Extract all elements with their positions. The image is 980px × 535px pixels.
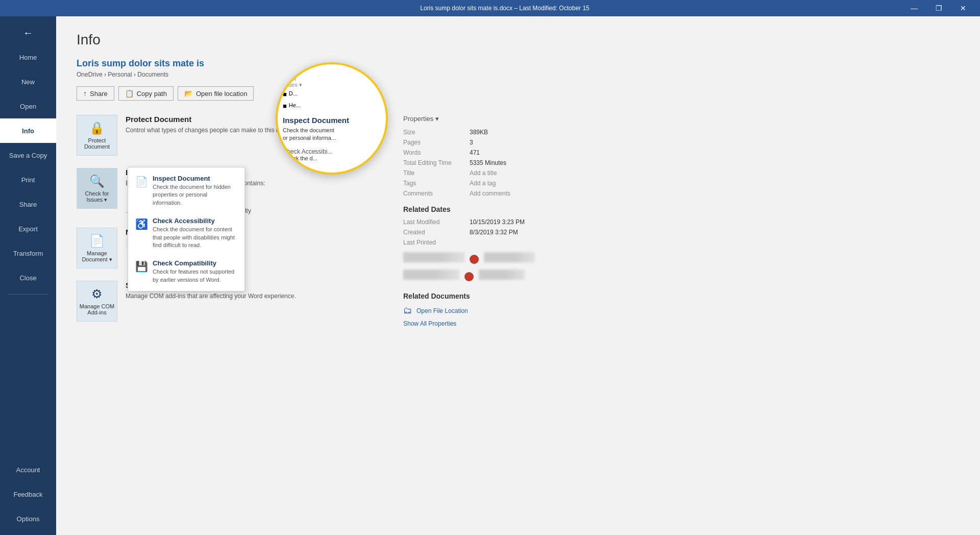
gear-icon: ⚙ bbox=[91, 287, 103, 301]
show-all-properties-link[interactable]: Show All Properties bbox=[403, 320, 597, 327]
last-modified-value: 10/15/2019 3:23 PM bbox=[470, 218, 597, 226]
right-column: Properties ▾ Size 389KB Pages 3 Words 47… bbox=[403, 115, 597, 334]
last-printed-value bbox=[470, 239, 597, 246]
page-title: Info bbox=[77, 32, 960, 48]
sidebar-item-home[interactable]: Home bbox=[0, 45, 56, 69]
comments-label: Comments bbox=[403, 190, 470, 197]
share-button[interactable]: ↑ Share bbox=[77, 86, 114, 101]
lock-icon: 🔒 bbox=[89, 121, 105, 135]
open-file-location-link[interactable]: 🗂 Open File Location bbox=[403, 305, 597, 316]
prop-words: Words 471 bbox=[403, 149, 597, 156]
sidebar-item-account[interactable]: Account bbox=[0, 457, 56, 482]
compatibility-title: Check Compatibility bbox=[153, 259, 237, 267]
content-area: Info Loris sump dolor sits mate is OneDr… bbox=[56, 16, 980, 535]
title-bar-controls: — ❐ ✕ bbox=[902, 0, 975, 16]
sidebar-item-open[interactable]: Open bbox=[0, 94, 56, 118]
manage-doc-icon: 📄 bbox=[89, 234, 105, 248]
doc-title: Loris sump dolor sits mate is bbox=[77, 58, 960, 69]
sidebar-divider bbox=[8, 294, 48, 295]
sidebar-item-new[interactable]: New bbox=[0, 69, 56, 94]
compatibility-desc: Check for features not supported by earl… bbox=[153, 268, 237, 284]
manage-document-button[interactable]: 📄 ManageDocument ▾ bbox=[77, 228, 117, 269]
magnify-bullets: ■ D... bbox=[283, 90, 381, 98]
author-row-1 bbox=[403, 252, 597, 266]
protect-icon-label: ProtectDocument bbox=[84, 137, 110, 150]
properties-label[interactable]: Properties ▾ bbox=[403, 115, 439, 123]
copy-path-button[interactable]: 📋 Copy path bbox=[118, 86, 174, 101]
protect-document-button[interactable]: 🔒 ProtectDocument bbox=[77, 115, 117, 156]
compatibility-icon: 💾 bbox=[135, 260, 148, 273]
last-modified-label: Last Modified bbox=[403, 218, 470, 226]
html-icon: 🗂 bbox=[403, 305, 412, 316]
minimize-button[interactable]: — bbox=[902, 0, 926, 16]
magnify-desc: Check the documentor personal informa... bbox=[283, 127, 381, 142]
app-body: ← Home New Open Info Save a Copy Print S… bbox=[0, 16, 980, 535]
prop-last-modified: Last Modified 10/15/2019 3:23 PM bbox=[403, 218, 597, 226]
prop-pages: Pages 3 bbox=[403, 139, 597, 146]
com-addins-button[interactable]: ⚙ Manage COMAdd-ins bbox=[77, 281, 117, 322]
sidebar-item-info[interactable]: Info bbox=[0, 118, 56, 143]
sidebar-item-share[interactable]: Share bbox=[0, 192, 56, 216]
inspect-doc-icon: 📄 bbox=[135, 176, 148, 188]
com-desc: Manage COM add-ins that are affecting yo… bbox=[126, 291, 383, 301]
magnify-other-desc: Check the d... bbox=[283, 155, 381, 161]
created-value: 8/3/2019 3:32 PM bbox=[470, 229, 597, 236]
comments-value[interactable]: Add comments bbox=[470, 190, 597, 197]
magnify-bubble: ck forssues ▾ ■ D... ■ He... Inspect Doc… bbox=[276, 62, 388, 175]
prop-last-printed: Last Printed bbox=[403, 239, 597, 246]
last-printed-label: Last Printed bbox=[403, 239, 470, 246]
check-issues-button[interactable]: 🔍 Check forIssues ▾ bbox=[77, 168, 117, 209]
open-location-button[interactable]: 📂 Open file location bbox=[178, 86, 254, 101]
editing-time-label: Total Editing Time bbox=[403, 159, 470, 166]
pages-value: 3 bbox=[470, 139, 597, 146]
check-issues-label: Check forIssues ▾ bbox=[85, 190, 109, 203]
words-value: 471 bbox=[470, 149, 597, 156]
prop-comments: Comments Add comments bbox=[403, 190, 597, 197]
title-value[interactable]: Add a title bbox=[470, 169, 597, 177]
close-button[interactable]: ✕ bbox=[951, 0, 975, 16]
properties-header: Properties ▾ bbox=[403, 115, 597, 123]
prop-size: Size 389KB bbox=[403, 129, 597, 136]
open-location-icon: 📂 bbox=[184, 89, 193, 98]
sidebar-item-export[interactable]: Export bbox=[0, 216, 56, 241]
accessibility-icon: ♿ bbox=[135, 218, 148, 230]
author-avatar-1 bbox=[470, 255, 479, 264]
magnify-other: Check Accessibi... bbox=[283, 148, 381, 155]
tags-value[interactable]: Add a tag bbox=[470, 180, 597, 187]
pages-label: Pages bbox=[403, 139, 470, 146]
maximize-button[interactable]: ❐ bbox=[927, 0, 950, 16]
prop-tags: Tags Add a tag bbox=[403, 180, 597, 187]
sidebar-bottom: Account Feedback Options bbox=[0, 457, 56, 535]
magnify-title: Inspect Document bbox=[283, 116, 381, 125]
sidebar-back-button[interactable]: ← bbox=[0, 20, 56, 45]
dropdown-check-compatibility[interactable]: 💾 Check Compatibility Check for features… bbox=[128, 254, 244, 289]
prop-title: Title Add a title bbox=[403, 169, 597, 177]
sidebar-item-close[interactable]: Close bbox=[0, 265, 56, 290]
action-buttons: ↑ Share 📋 Copy path 📂 Open file location bbox=[77, 86, 960, 101]
copy-path-icon: 📋 bbox=[125, 89, 134, 98]
created-label: Created bbox=[403, 229, 470, 236]
prop-editing-time: Total Editing Time 5335 Minutes bbox=[403, 159, 597, 166]
share-icon: ↑ bbox=[83, 89, 87, 98]
related-docs-title: Related Documents bbox=[403, 292, 597, 300]
related-dates-title: Related Dates bbox=[403, 205, 597, 213]
compatibility-text: Check Compatibility Check for features n… bbox=[153, 259, 237, 284]
sidebar-item-options[interactable]: Options bbox=[0, 506, 56, 531]
magnify-issues-label: ck forssues ▾ bbox=[283, 76, 381, 88]
size-value: 389KB bbox=[470, 129, 597, 136]
sidebar-item-save-copy[interactable]: Save a Copy bbox=[0, 143, 56, 167]
editing-time-value: 5335 Minutes bbox=[470, 159, 597, 166]
title-label: Title bbox=[403, 169, 470, 177]
sidebar-item-print[interactable]: Print bbox=[0, 167, 56, 192]
author-row-2 bbox=[403, 270, 597, 284]
arrow-connector bbox=[209, 169, 311, 231]
com-addins-label: Manage COMAdd-ins bbox=[80, 303, 114, 315]
check-issues-icon: 🔍 bbox=[89, 174, 105, 188]
manage-doc-label: ManageDocument ▾ bbox=[82, 250, 112, 263]
words-label: Words bbox=[403, 149, 470, 156]
prop-created: Created 8/3/2019 3:32 PM bbox=[403, 229, 597, 236]
size-label: Size bbox=[403, 129, 470, 136]
sidebar-item-transform[interactable]: Transform bbox=[0, 241, 56, 265]
title-bar: Loris sump dolor sits mate is.docx – Las… bbox=[0, 0, 980, 16]
sidebar-item-feedback[interactable]: Feedback bbox=[0, 482, 56, 506]
